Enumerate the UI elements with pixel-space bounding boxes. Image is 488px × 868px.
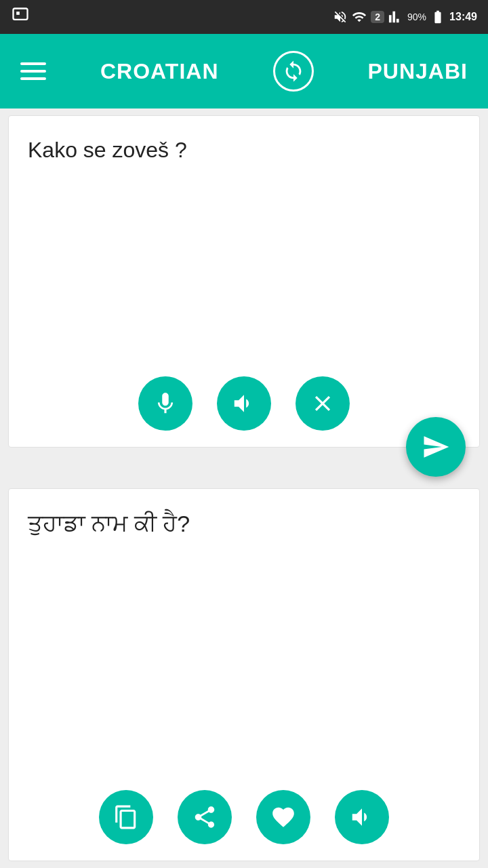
speaker-button-top[interactable] (217, 376, 271, 431)
svg-rect-1 (16, 12, 20, 15)
status-bar: 2 90% 13:49 (0, 0, 488, 34)
swap-languages-button[interactable] (273, 51, 314, 92)
share-button[interactable] (178, 790, 232, 844)
source-panel: Kako se zoveš ? (8, 115, 480, 448)
svg-rect-0 (14, 9, 28, 20)
send-button[interactable] (406, 417, 466, 477)
menu-button[interactable] (20, 62, 46, 80)
mic-button[interactable] (138, 376, 192, 431)
favorite-button[interactable] (256, 790, 310, 844)
status-icons: 2 90% 13:49 (333, 9, 477, 24)
source-text[interactable]: Kako se zoveš ? (9, 116, 479, 252)
target-panel: ਤੁਹਾਡਾ ਨਾਮ ਕੀ ਹੈ? (8, 488, 480, 861)
time-text: 13:49 (449, 11, 477, 23)
target-language[interactable]: PUNJABI (368, 59, 468, 84)
status-left-icon (11, 6, 30, 28)
speaker-button-bottom[interactable] (335, 790, 389, 844)
copy-button[interactable] (99, 790, 153, 844)
main-content: Kako se zoveš ? ਤੁਹਾਡਾ ਨਾਮ ਕੀ ਹੈ? (0, 108, 488, 868)
source-language[interactable]: CROATIAN (100, 59, 219, 84)
target-action-row (9, 790, 479, 844)
clear-button[interactable] (296, 376, 350, 431)
target-text: ਤੁਹਾਡਾ ਨਾਮ ਕੀ ਹੈ? (9, 489, 479, 554)
source-action-row (9, 376, 479, 431)
nav-bar: CROATIAN PUNJABI (0, 34, 488, 108)
battery-text: 90% (407, 12, 426, 22)
